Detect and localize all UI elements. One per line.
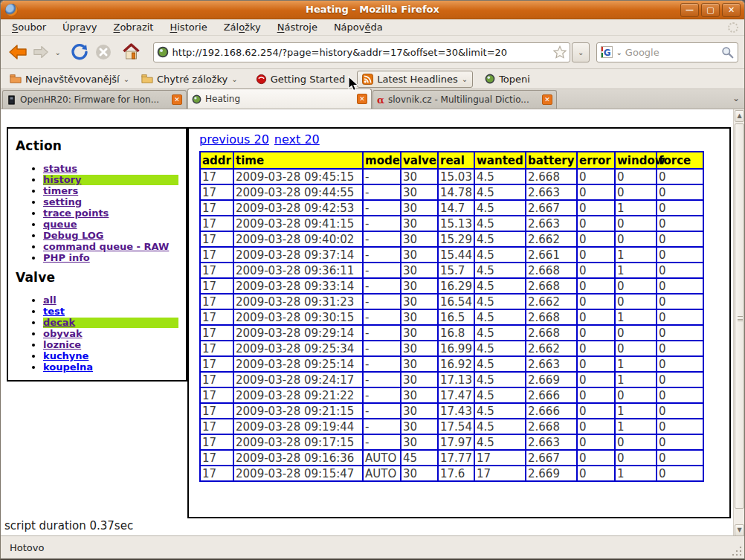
sidebar-item-php-info[interactable]: PHP info <box>43 252 90 263</box>
bookmark-smart-bookmarks[interactable]: Chytré záložky ⌄ <box>137 71 242 87</box>
table-cell: 2009-03-28 09:29:14 <box>233 325 363 341</box>
tab-close-icon[interactable]: ✕ <box>172 94 182 105</box>
table-cell: 0 <box>577 341 615 356</box>
list-item: history <box>43 175 186 185</box>
previous-20-link[interactable]: previous 20 <box>199 132 269 147</box>
history-table-body: 172009-03-28 09:45:15-3015.034.52.668000… <box>200 169 703 481</box>
sidebar-item-debug-log[interactable]: Debug LOG <box>43 230 104 241</box>
next-20-link[interactable]: next 20 <box>274 132 320 147</box>
url-dropdown-button[interactable]: ⌄ <box>572 42 590 62</box>
history-dropdown-button[interactable]: ⌄ <box>52 39 64 65</box>
menu-zalozky[interactable]: Záložky <box>216 20 269 34</box>
table-cell: 0 <box>615 184 657 200</box>
table-cell: 0 <box>615 216 657 231</box>
list-item: command queue - RAW <box>43 242 186 252</box>
sidebar-item-decak[interactable]: decak <box>43 318 178 328</box>
table-cell: 0 <box>657 450 703 466</box>
bookmark-label: Latest Headlines <box>377 74 458 85</box>
table-cell: 2.662 <box>526 341 577 356</box>
forward-button[interactable] <box>30 39 51 65</box>
table-cell: 2009-03-28 09:21:15 <box>233 403 363 419</box>
slovnik-favicon-icon: α <box>377 94 384 106</box>
table-cell: 16.92 <box>438 356 474 372</box>
menu-soubor[interactable]: Soubor <box>4 20 54 34</box>
table-cell: 0 <box>577 419 615 434</box>
sidebar-item-queue[interactable]: queue <box>43 219 77 230</box>
bookmark-getting-started[interactable]: Getting Started <box>251 71 350 87</box>
table-cell: 0 <box>577 466 615 481</box>
table-cell: 17 <box>474 466 526 481</box>
resize-grip-icon[interactable] <box>732 546 742 556</box>
tab-close-icon[interactable]: ✕ <box>542 94 552 105</box>
table-cell: 17 <box>200 372 233 387</box>
reload-button[interactable] <box>68 39 91 65</box>
table-cell: 4.5 <box>474 184 526 200</box>
sidebar-item-obyvak[interactable]: obyvak <box>43 328 83 339</box>
table-cell: 30 <box>401 403 438 419</box>
sidebar-item-command-queue-raw[interactable]: command queue - RAW <box>43 241 169 252</box>
scroll-up-icon[interactable]: ▲ <box>735 110 744 122</box>
main-content: previous 20next 20 addrtimemodevalvereal… <box>187 127 731 518</box>
menu-zobrazit[interactable]: Zobrazit <box>106 20 162 34</box>
sidebar-item-timers[interactable]: timers <box>43 185 78 196</box>
sidebar-item-status[interactable]: status <box>43 163 77 174</box>
menu-napoveda[interactable]: Nápověda <box>326 20 391 34</box>
table-cell: 2009-03-28 09:44:55 <box>233 184 363 200</box>
table-cell: - <box>363 200 401 216</box>
table-cell: 0 <box>657 419 703 434</box>
chevron-down-icon[interactable]: ⌄ <box>616 48 622 57</box>
bookmark-latest-headlines[interactable]: Latest Headlines ⌄ <box>357 71 473 88</box>
tab-slovnik[interactable]: α slovnik.cz - Multilingual Dictio... ✕ <box>372 90 557 109</box>
url-bar[interactable]: http://192.168.62.254/?page=history&addr… <box>153 42 570 62</box>
menu-nastroje[interactable]: Nástroje <box>269 20 326 34</box>
table-cell: 1 <box>615 309 657 325</box>
url-text[interactable]: http://192.168.62.254/?page=history&addr… <box>172 47 549 58</box>
back-button[interactable] <box>5 39 30 65</box>
google-logo-icon[interactable]: G <box>601 46 613 58</box>
bookmark-most-visited[interactable]: Nejnavštěvovanější ⌄ <box>5 71 134 87</box>
table-cell: 4.5 <box>474 356 526 372</box>
tab-heating[interactable]: Heating ✕ <box>187 88 372 109</box>
stop-button[interactable] <box>91 39 115 65</box>
scroll-down-icon[interactable]: ▼ <box>735 524 744 536</box>
search-box[interactable]: G ⌄ Google <box>596 42 738 62</box>
minimize-button[interactable]: — <box>680 3 699 17</box>
status-text: Hotovo <box>10 542 44 553</box>
table-cell: 17 <box>200 325 233 341</box>
tab-list-chevron-icon[interactable]: ⌄ <box>732 93 740 103</box>
maximize-button[interactable]: ▢ <box>701 3 720 17</box>
menu-historie[interactable]: Historie <box>161 20 215 34</box>
sidebar-item-setting[interactable]: setting <box>43 196 82 207</box>
scrollbar-thumb[interactable] <box>735 123 744 509</box>
tab-label: Heating <box>205 94 353 104</box>
search-input[interactable]: Google <box>625 47 718 58</box>
tab-close-icon[interactable]: ✕ <box>357 94 367 104</box>
magnifier-icon[interactable] <box>721 46 734 59</box>
table-cell: 0 <box>577 216 615 231</box>
bookmark-star-icon[interactable] <box>553 45 567 59</box>
table-row: 172009-03-28 09:25:14-3016.924.52.663010 <box>200 356 703 372</box>
home-button[interactable] <box>119 39 143 65</box>
sidebar-item-koupelna[interactable]: koupelna <box>43 361 93 373</box>
table-cell: - <box>363 216 401 231</box>
table-cell: 17 <box>200 216 233 231</box>
menu-upravy[interactable]: Úpravy <box>54 20 105 34</box>
sidebar-item-loznice[interactable]: loznice <box>43 339 81 350</box>
sidebar-item-history[interactable]: history <box>43 175 178 185</box>
list-item: PHP info <box>43 253 186 263</box>
table-cell: 30 <box>401 294 438 309</box>
sidebar-item-all[interactable]: all <box>43 295 57 306</box>
table-row: 172009-03-28 09:40:02-3015.294.52.662000 <box>200 231 703 247</box>
sidebar-item-test[interactable]: test <box>43 306 65 317</box>
vertical-scrollbar[interactable]: ▲ ▼ <box>733 109 744 538</box>
sidebar-item-trace-points[interactable]: trace points <box>43 207 109 219</box>
svg-text:G: G <box>604 48 611 58</box>
table-cell: 2009-03-28 09:15:47 <box>233 466 363 481</box>
tab-openhr20[interactable]: OpenHR20: Firmware for Hon... ✕ <box>2 90 187 109</box>
sidebar-item-kuchyne[interactable]: kuchyne <box>43 350 88 361</box>
table-cell: 4.5 <box>474 231 526 247</box>
bookmark-topeni[interactable]: Topeni <box>480 71 535 87</box>
forward-arrow-icon <box>33 45 49 59</box>
close-button[interactable]: ✕ <box>722 3 741 17</box>
table-cell: 0 <box>657 341 703 356</box>
